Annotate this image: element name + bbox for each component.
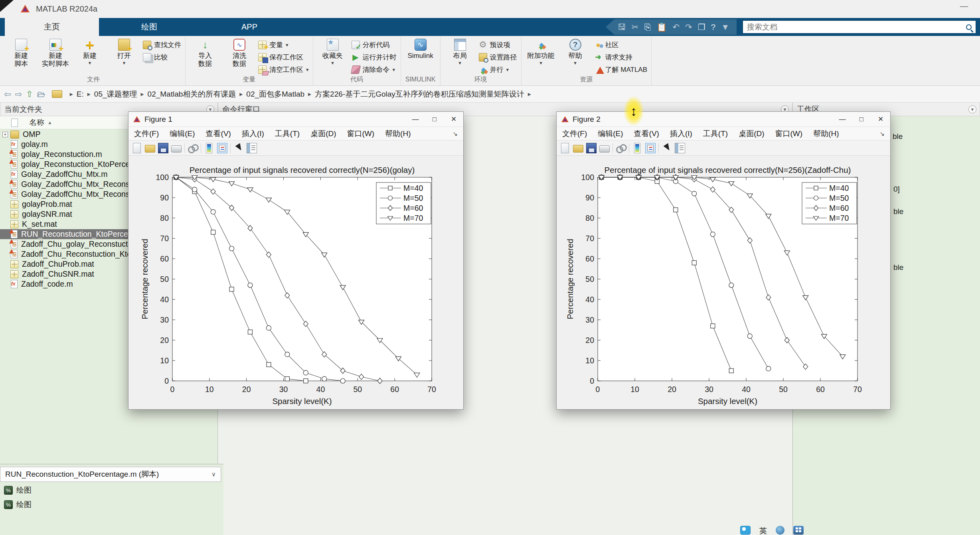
expand-icon[interactable]: +	[2, 132, 8, 137]
insert-legend-icon[interactable]	[645, 143, 656, 153]
minimize-button[interactable]: —	[833, 112, 852, 127]
figure1-window[interactable]: Figure 1—□✕文件(F)编辑(E)查看(V)插入(I)工具(T)桌面(D…	[128, 111, 464, 410]
ribbon-button-Simulink[interactable]: ∿Simulink	[405, 38, 436, 60]
insert-colorbar-icon[interactable]	[634, 143, 640, 153]
link-icon[interactable]	[616, 143, 626, 153]
print-icon[interactable]	[599, 145, 610, 153]
wechat-icon[interactable]	[740, 526, 751, 535]
maximize-button[interactable]: □	[852, 112, 871, 127]
menu-桌面(D)[interactable]: 桌面(D)	[310, 129, 336, 139]
ribbon-button-清除命令[interactable]: 清除命令▾	[352, 64, 397, 75]
current-folder-icon[interactable]	[52, 90, 62, 98]
details-item[interactable]: %绘图	[0, 499, 223, 511]
search-icon[interactable]	[966, 24, 972, 30]
undo-icon[interactable]: ↶	[672, 22, 680, 32]
ribbon-button-清空工作区[interactable]: 清空工作区▾	[258, 64, 309, 75]
menu-插入(I)[interactable]: 插入(I)	[670, 129, 692, 139]
link-icon[interactable]	[188, 143, 198, 153]
ribbon-button-打开[interactable]: 打开▾	[109, 38, 140, 66]
save-icon[interactable]	[158, 143, 168, 153]
ribbon-button-变量[interactable]: 变量▾	[258, 40, 309, 50]
ribbon-button-请求支持[interactable]: ➜请求支持	[594, 52, 647, 62]
save-icon[interactable]	[586, 143, 597, 153]
insert-legend-icon[interactable]	[217, 143, 227, 153]
figure2-window[interactable]: Figure 2—□✕文件(F)编辑(E)查看(V)插入(I)工具(T)桌面(D…	[556, 111, 891, 410]
menu-文件(F)[interactable]: 文件(F)	[562, 129, 587, 139]
breadcrumb-segment[interactable]: 02_面包多Matlab	[246, 89, 304, 99]
panel-menu-icon[interactable]: ▼	[968, 105, 976, 113]
insert-colorbar-icon[interactable]	[206, 143, 212, 153]
legend[interactable]: M=40M=50M=60M=70	[802, 182, 857, 224]
minimize-button[interactable]: —	[406, 112, 425, 127]
menu-工具(T)[interactable]: 工具(T)	[275, 129, 300, 139]
breadcrumb-segment[interactable]: 02_Matlab相关的所有课题	[148, 89, 236, 99]
new-document-icon[interactable]	[561, 143, 569, 153]
cut-icon[interactable]: ✂	[632, 22, 639, 32]
close-button[interactable]: ✕	[871, 112, 890, 127]
pointer-icon[interactable]	[662, 143, 672, 153]
forward-icon[interactable]: ⇨	[15, 89, 22, 99]
ribbon-button-查找文件[interactable]: 查找文件	[143, 40, 181, 50]
language-indicator[interactable]: 英	[759, 526, 767, 535]
pointer-icon[interactable]	[233, 143, 244, 153]
menu-工具(T)[interactable]: 工具(T)	[703, 129, 728, 139]
breadcrumb-segment[interactable]: E:	[77, 90, 84, 99]
ribbon-button-比较[interactable]: 比较	[143, 52, 181, 62]
dropdown-icon[interactable]: ▼	[721, 22, 729, 32]
ribbon-button-了解 MATLAB[interactable]: ▲了解 MATLAB	[594, 64, 647, 75]
ribbon-button-收藏夹[interactable]: 收藏夹▾	[317, 38, 348, 66]
app-grid-icon[interactable]	[793, 526, 804, 535]
window-minimize-button[interactable]: —	[960, 2, 968, 11]
breadcrumb-segment[interactable]: 05_课题整理	[94, 89, 137, 99]
ribbon-button-附加功能[interactable]: ◆附加功能▾	[526, 38, 557, 66]
ribbon-button-运行并计时[interactable]: ▶运行并计时	[352, 52, 397, 62]
maximize-button[interactable]: □	[425, 112, 444, 127]
switch-window-icon[interactable]: ❐	[698, 22, 705, 32]
property-editor-icon[interactable]	[247, 143, 257, 153]
ribbon-button-导入数据[interactable]: ↓导入数据	[190, 38, 221, 68]
new-document-icon[interactable]	[133, 143, 141, 153]
breadcrumb-segment[interactable]: 方案226-基于二元Golay互补序列的卷积压缩感知测量矩阵设计	[315, 89, 524, 99]
menu-编辑(E)[interactable]: 编辑(E)	[170, 129, 195, 139]
menu-编辑(E)[interactable]: 编辑(E)	[598, 129, 623, 139]
tab-绘图[interactable]: 绘图	[99, 18, 200, 36]
search-box[interactable]	[743, 20, 976, 34]
close-button[interactable]: ✕	[444, 112, 463, 127]
ribbon-button-清洗数据[interactable]: ∿清洗数据	[224, 38, 255, 68]
ribbon-button-布局[interactable]: 布局▾	[445, 38, 476, 66]
up-folder-icon[interactable]: ⇧	[26, 89, 33, 99]
ribbon-button-并行[interactable]: ◆并行▾	[479, 64, 517, 75]
ribbon-button-设置路径[interactable]: 设置路径	[479, 52, 517, 62]
ribbon-button-新建脚本[interactable]: 新建脚本	[6, 38, 37, 68]
menu-文件(F)[interactable]: 文件(F)	[134, 129, 159, 139]
open-icon[interactable]	[573, 145, 583, 153]
paste-icon[interactable]: 📋	[656, 22, 667, 32]
menu-窗口(W)[interactable]: 窗口(W)	[347, 129, 375, 139]
ribbon-button-预设项[interactable]: ⚙预设项	[479, 40, 517, 50]
browse-folder-icon[interactable]: 🗁	[37, 89, 45, 99]
open-icon[interactable]	[145, 145, 155, 153]
ribbon-button-保存工作区[interactable]: 保存工作区	[258, 52, 309, 62]
dock-arrow-icon[interactable]: ↘	[452, 130, 458, 137]
menu-帮助(H)[interactable]: 帮助(H)	[813, 129, 839, 139]
legend[interactable]: M=40M=50M=60M=70	[376, 182, 431, 224]
app-dot-icon[interactable]	[776, 526, 784, 535]
figure-titlebar[interactable]: Figure 1—□✕	[128, 112, 463, 127]
dock-arrow-icon[interactable]: ↘	[879, 130, 885, 137]
ribbon-button-新建[interactable]: ＋新建▾	[74, 38, 105, 66]
property-editor-icon[interactable]	[675, 143, 685, 153]
details-item[interactable]: %绘图	[0, 484, 223, 496]
search-input[interactable]	[747, 23, 966, 32]
help-icon[interactable]: ?	[711, 22, 716, 32]
menu-查看(V)[interactable]: 查看(V)	[206, 129, 231, 139]
save-icon[interactable]: 🖫	[618, 22, 626, 32]
ribbon-button-分析代码[interactable]: 分析代码	[352, 40, 397, 50]
menu-帮助(H)[interactable]: 帮助(H)	[385, 129, 411, 139]
menu-插入(I)[interactable]: 插入(I)	[242, 129, 264, 139]
copy-icon[interactable]: ⎘	[644, 22, 651, 32]
tab-主页[interactable]: 主页	[5, 18, 99, 36]
menu-窗口(W)[interactable]: 窗口(W)	[775, 129, 803, 139]
ribbon-button-帮助[interactable]: ?帮助▾	[560, 38, 591, 66]
menu-查看(V)[interactable]: 查看(V)	[634, 129, 659, 139]
redo-icon[interactable]: ↷	[685, 22, 692, 32]
